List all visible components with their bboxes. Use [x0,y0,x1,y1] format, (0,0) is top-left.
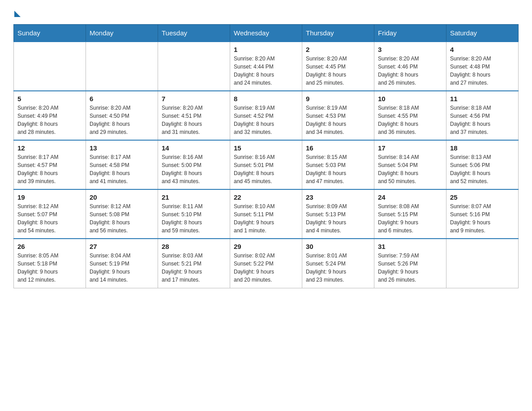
day-number: 4 [450,46,515,53]
calendar-cell: 1Sunrise: 8:20 AM Sunset: 4:44 PM Daylig… [230,42,302,91]
day-info: Sunrise: 8:01 AM Sunset: 5:24 PM Dayligh… [306,252,370,284]
week-row-3: 12Sunrise: 8:17 AM Sunset: 4:57 PM Dayli… [14,140,519,189]
calendar-cell: 5Sunrise: 8:20 AM Sunset: 4:49 PM Daylig… [14,91,86,140]
day-number: 26 [17,243,82,250]
week-row-4: 19Sunrise: 8:12 AM Sunset: 5:07 PM Dayli… [14,189,519,239]
day-number: 22 [234,193,298,201]
day-number: 24 [378,193,442,201]
calendar-cell: 21Sunrise: 8:11 AM Sunset: 5:10 PM Dayli… [158,189,230,239]
calendar-cell: 17Sunrise: 8:14 AM Sunset: 5:04 PM Dayli… [374,140,446,189]
calendar-cell: 28Sunrise: 8:03 AM Sunset: 5:21 PM Dayli… [158,239,230,288]
day-number: 19 [17,193,82,201]
calendar-cell: 10Sunrise: 8:18 AM Sunset: 4:55 PM Dayli… [374,91,446,140]
day-number: 28 [162,243,226,250]
day-info: Sunrise: 8:15 AM Sunset: 5:03 PM Dayligh… [306,153,370,185]
days-header-row: SundayMondayTuesdayWednesdayThursdayFrid… [14,25,519,42]
day-info: Sunrise: 8:05 AM Sunset: 5:18 PM Dayligh… [17,252,82,284]
day-info: Sunrise: 7:59 AM Sunset: 5:26 PM Dayligh… [378,252,442,284]
calendar-table: SundayMondayTuesdayWednesdayThursdayFrid… [13,24,519,288]
day-info: Sunrise: 8:09 AM Sunset: 5:13 PM Dayligh… [306,202,370,235]
calendar-cell: 14Sunrise: 8:16 AM Sunset: 5:00 PM Dayli… [158,140,230,189]
day-info: Sunrise: 8:18 AM Sunset: 4:55 PM Dayligh… [378,104,442,136]
logo-arrow-icon [14,11,21,17]
week-row-1: 1Sunrise: 8:20 AM Sunset: 4:44 PM Daylig… [14,42,519,91]
day-info: Sunrise: 8:16 AM Sunset: 5:01 PM Dayligh… [234,153,298,185]
day-info: Sunrise: 8:13 AM Sunset: 5:06 PM Dayligh… [450,153,515,185]
day-info: Sunrise: 8:20 AM Sunset: 4:45 PM Dayligh… [306,55,370,87]
day-number: 18 [450,144,515,152]
calendar-cell: 16Sunrise: 8:15 AM Sunset: 5:03 PM Dayli… [302,140,374,189]
day-info: Sunrise: 8:10 AM Sunset: 5:11 PM Dayligh… [234,202,298,235]
day-info: Sunrise: 8:17 AM Sunset: 4:57 PM Dayligh… [17,153,82,185]
calendar-cell: 15Sunrise: 8:16 AM Sunset: 5:01 PM Dayli… [230,140,302,189]
calendar-cell [14,42,86,91]
day-number: 11 [450,95,515,103]
calendar-cell: 4Sunrise: 8:20 AM Sunset: 4:48 PM Daylig… [446,42,519,91]
calendar-cell: 19Sunrise: 8:12 AM Sunset: 5:07 PM Dayli… [14,189,86,239]
day-number: 23 [306,193,370,201]
day-header-saturday: Saturday [446,25,519,42]
day-info: Sunrise: 8:03 AM Sunset: 5:21 PM Dayligh… [162,252,226,284]
day-info: Sunrise: 8:18 AM Sunset: 4:56 PM Dayligh… [450,104,515,136]
day-info: Sunrise: 8:11 AM Sunset: 5:10 PM Dayligh… [162,202,226,235]
day-header-friday: Friday [374,25,446,42]
calendar-cell: 31Sunrise: 7:59 AM Sunset: 5:26 PM Dayli… [374,239,446,288]
calendar-cell: 18Sunrise: 8:13 AM Sunset: 5:06 PM Dayli… [446,140,519,189]
day-number: 6 [90,95,154,103]
day-number: 9 [306,95,370,103]
day-info: Sunrise: 8:19 AM Sunset: 4:52 PM Dayligh… [234,104,298,136]
logo [13,9,21,15]
week-row-2: 5Sunrise: 8:20 AM Sunset: 4:49 PM Daylig… [14,91,519,140]
day-number: 14 [162,144,226,152]
day-info: Sunrise: 8:20 AM Sunset: 4:44 PM Dayligh… [234,55,298,87]
day-number: 1 [234,46,298,53]
day-info: Sunrise: 8:12 AM Sunset: 5:08 PM Dayligh… [90,202,154,235]
day-info: Sunrise: 8:12 AM Sunset: 5:07 PM Dayligh… [17,202,82,235]
day-info: Sunrise: 8:17 AM Sunset: 4:58 PM Dayligh… [90,153,154,185]
calendar-cell: 30Sunrise: 8:01 AM Sunset: 5:24 PM Dayli… [302,239,374,288]
day-info: Sunrise: 8:20 AM Sunset: 4:46 PM Dayligh… [378,55,442,87]
day-number: 17 [378,144,442,152]
calendar-cell: 8Sunrise: 8:19 AM Sunset: 4:52 PM Daylig… [230,91,302,140]
page-header [13,9,519,15]
day-number: 15 [234,144,298,152]
day-number: 29 [234,243,298,250]
day-number: 25 [450,193,515,201]
day-number: 31 [378,243,442,250]
day-info: Sunrise: 8:20 AM Sunset: 4:48 PM Dayligh… [450,55,515,87]
week-row-5: 26Sunrise: 8:05 AM Sunset: 5:18 PM Dayli… [14,239,519,288]
calendar-cell: 11Sunrise: 8:18 AM Sunset: 4:56 PM Dayli… [446,91,519,140]
day-number: 16 [306,144,370,152]
calendar-cell: 20Sunrise: 8:12 AM Sunset: 5:08 PM Dayli… [86,189,158,239]
day-info: Sunrise: 8:02 AM Sunset: 5:22 PM Dayligh… [234,252,298,284]
day-number: 7 [162,95,226,103]
day-info: Sunrise: 8:08 AM Sunset: 5:15 PM Dayligh… [378,202,442,235]
calendar-cell: 3Sunrise: 8:20 AM Sunset: 4:46 PM Daylig… [374,42,446,91]
calendar-cell [86,42,158,91]
calendar-cell: 6Sunrise: 8:20 AM Sunset: 4:50 PM Daylig… [86,91,158,140]
day-info: Sunrise: 8:16 AM Sunset: 5:00 PM Dayligh… [162,153,226,185]
day-number: 20 [90,193,154,201]
calendar-cell: 26Sunrise: 8:05 AM Sunset: 5:18 PM Dayli… [14,239,86,288]
day-number: 21 [162,193,226,201]
day-info: Sunrise: 8:20 AM Sunset: 4:51 PM Dayligh… [162,104,226,136]
calendar-cell: 2Sunrise: 8:20 AM Sunset: 4:45 PM Daylig… [302,42,374,91]
day-number: 10 [378,95,442,103]
calendar-header: SundayMondayTuesdayWednesdayThursdayFrid… [14,25,519,42]
day-header-monday: Monday [86,25,158,42]
calendar-cell: 25Sunrise: 8:07 AM Sunset: 5:16 PM Dayli… [446,189,519,239]
day-number: 30 [306,243,370,250]
day-number: 3 [378,46,442,53]
day-number: 12 [17,144,82,152]
calendar-cell: 24Sunrise: 8:08 AM Sunset: 5:15 PM Dayli… [374,189,446,239]
day-header-sunday: Sunday [14,25,86,42]
day-info: Sunrise: 8:20 AM Sunset: 4:49 PM Dayligh… [17,104,82,136]
calendar-cell: 27Sunrise: 8:04 AM Sunset: 5:19 PM Dayli… [86,239,158,288]
day-number: 5 [17,95,82,103]
calendar-cell: 23Sunrise: 8:09 AM Sunset: 5:13 PM Dayli… [302,189,374,239]
day-info: Sunrise: 8:20 AM Sunset: 4:50 PM Dayligh… [90,104,154,136]
day-info: Sunrise: 8:04 AM Sunset: 5:19 PM Dayligh… [90,252,154,284]
calendar-body: 1Sunrise: 8:20 AM Sunset: 4:44 PM Daylig… [14,42,519,288]
day-header-thursday: Thursday [302,25,374,42]
calendar-cell: 29Sunrise: 8:02 AM Sunset: 5:22 PM Dayli… [230,239,302,288]
